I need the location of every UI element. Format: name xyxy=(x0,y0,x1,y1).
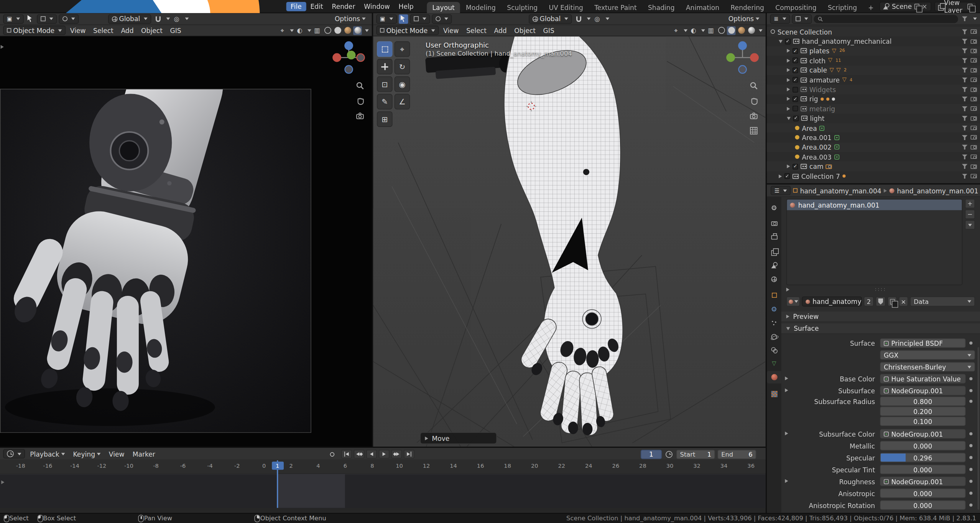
shading-wireframe-button[interactable] xyxy=(323,26,332,35)
shading-rendered-button[interactable] xyxy=(353,26,362,35)
properties-tab-object[interactable] xyxy=(767,289,781,302)
disable-render-icon[interactable] xyxy=(971,126,977,130)
anisotropic-rotation-slider[interactable]: 0.000 xyxy=(880,500,965,510)
mode-dropdown[interactable]: Object Mode xyxy=(376,26,439,35)
outliner-row-light[interactable]: Area xyxy=(767,123,980,133)
expand-icon[interactable] xyxy=(787,107,790,111)
outliner-row-collection[interactable]: cable ▽▽2 xyxy=(767,65,980,75)
distribution-dropdown[interactable]: GGX xyxy=(880,350,975,360)
keying-menu[interactable]: Keying xyxy=(70,450,104,458)
expand-node-icon[interactable] xyxy=(785,432,788,436)
disable-render-icon[interactable] xyxy=(971,68,977,72)
decorator-dot[interactable] xyxy=(969,342,972,345)
region-collapse-icon[interactable] xyxy=(1,480,4,484)
snap-magnet-icon[interactable] xyxy=(153,14,162,23)
falloff-dropdown-caret[interactable] xyxy=(185,18,189,20)
decorator-dot[interactable] xyxy=(969,444,972,447)
show-gizmo-icon[interactable]: ⌖ xyxy=(671,26,681,35)
decorator-dot[interactable] xyxy=(969,503,972,507)
zoom-icon[interactable] xyxy=(749,81,758,90)
metallic-slider[interactable]: 0.000 xyxy=(880,441,965,450)
material-link-dropdown[interactable]: Data xyxy=(910,297,975,307)
snap-magnet-icon[interactable] xyxy=(574,14,583,23)
radius-z-field[interactable]: 0.100 xyxy=(880,417,965,426)
material-name-field[interactable]: hand_anatomy_man.0... xyxy=(802,297,862,307)
breadcrumb-object[interactable]: hand_anatomy_man.004 xyxy=(800,187,881,195)
expand-icon[interactable] xyxy=(787,78,790,82)
snap-dropdown-caret[interactable] xyxy=(166,18,170,20)
radius-y-field[interactable]: 0.200 xyxy=(880,407,965,416)
orthographic-grid-icon[interactable] xyxy=(749,126,758,135)
proportional-editing-icon[interactable]: ◎ xyxy=(172,14,181,23)
browse-material-button[interactable] xyxy=(786,297,800,307)
gis-menu[interactable]: GIS xyxy=(540,26,557,34)
disable-render-icon[interactable] xyxy=(971,164,977,168)
outliner-row-light[interactable]: Area.003 xyxy=(767,152,980,162)
workspace-tab-animation[interactable]: Animation xyxy=(680,2,725,13)
gizmo-dropdown-caret[interactable] xyxy=(290,29,294,32)
current-frame-tag[interactable]: 1 xyxy=(271,462,283,470)
add-workspace-button[interactable]: + xyxy=(863,2,880,13)
surface-shader-dropdown[interactable]: Principled BSDF xyxy=(880,338,965,348)
tool-select-box[interactable] xyxy=(377,41,393,57)
object-menu[interactable]: Object xyxy=(511,26,539,34)
expand-node-icon[interactable] xyxy=(785,388,788,392)
outliner-row-collection[interactable]: plates ▽26 xyxy=(767,46,980,56)
outliner-row-collection[interactable]: Collection 7 xyxy=(767,171,980,181)
workspace-tab-texture-paint[interactable]: Texture Paint xyxy=(589,2,643,13)
filter-restrict-icon[interactable] xyxy=(962,164,968,169)
decorator-dot[interactable] xyxy=(969,456,972,459)
workspace-tab-layout[interactable]: Layout xyxy=(427,2,460,13)
breadcrumb-material[interactable]: hand_anatomy_man.001 xyxy=(897,187,978,195)
workspace-tab-compositing[interactable]: Compositing xyxy=(770,2,822,13)
timeline-track[interactable] xyxy=(0,474,766,508)
menu-edit[interactable]: Edit xyxy=(306,2,327,11)
scene-selector[interactable]: Scene × xyxy=(879,2,931,11)
tool-rotate[interactable]: ↻ xyxy=(395,59,410,74)
properties-tab-render[interactable] xyxy=(767,217,781,230)
slot-specials-button[interactable] xyxy=(965,220,975,229)
auto-keying-record-icon[interactable] xyxy=(327,450,337,459)
end-frame-field[interactable]: End6 xyxy=(717,449,756,459)
expand-icon[interactable] xyxy=(787,165,790,168)
collection-checkbox[interactable] xyxy=(793,115,799,121)
rendered-viewport-canvas[interactable] xyxy=(0,36,372,447)
shading-rendered-button[interactable] xyxy=(747,26,756,35)
shading-material-button[interactable] xyxy=(737,26,746,35)
snap-dropdown-caret[interactable] xyxy=(587,18,591,20)
filter-restrict-icon[interactable] xyxy=(962,145,968,150)
overlays-dropdown-caret[interactable] xyxy=(307,29,311,32)
show-overlays-icon[interactable]: ◐ xyxy=(689,26,698,35)
operator-expand-icon[interactable] xyxy=(425,436,428,440)
add-slot-button[interactable]: + xyxy=(965,199,975,208)
properties-tab-material[interactable] xyxy=(767,371,781,384)
filter-restrict-icon[interactable] xyxy=(962,39,968,44)
menu-help[interactable]: Help xyxy=(394,2,418,11)
camera-view-icon[interactable] xyxy=(356,111,365,120)
tool-cursor[interactable]: ⌖ xyxy=(395,41,410,57)
play-button[interactable] xyxy=(379,449,390,458)
preview-panel-header[interactable]: Preview xyxy=(781,312,980,322)
tool-measure[interactable]: ∠ xyxy=(395,94,410,110)
shading-solid-button[interactable] xyxy=(727,26,736,35)
disable-render-icon[interactable] xyxy=(971,107,977,111)
show-overlays-icon[interactable]: ◐ xyxy=(295,26,304,35)
collection-checkbox[interactable] xyxy=(793,96,798,102)
add-menu[interactable]: Add xyxy=(491,26,510,34)
disable-render-icon[interactable] xyxy=(971,155,977,159)
play-reverse-button[interactable] xyxy=(366,449,377,458)
select-menu[interactable]: Select xyxy=(90,26,117,34)
operator-panel-move[interactable]: Move xyxy=(420,432,497,444)
disable-render-icon[interactable] xyxy=(971,87,977,91)
properties-tab-world[interactable] xyxy=(767,273,781,285)
zoom-icon[interactable] xyxy=(356,81,365,90)
proportional-editing-icon[interactable]: ◎ xyxy=(592,14,602,23)
editor-type-dropdown[interactable]: ☰ xyxy=(771,186,791,195)
properties-tab-physics[interactable] xyxy=(767,330,781,343)
pan-hand-icon[interactable] xyxy=(749,96,758,105)
anisotropic-slider[interactable]: 0.000 xyxy=(880,488,965,498)
subsurface-method-dropdown[interactable]: Christensen-Burley xyxy=(880,362,975,371)
jump-to-end-button[interactable] xyxy=(404,449,414,458)
filter-restrict-icon[interactable] xyxy=(962,48,968,53)
select-menu[interactable]: Select xyxy=(463,26,490,34)
